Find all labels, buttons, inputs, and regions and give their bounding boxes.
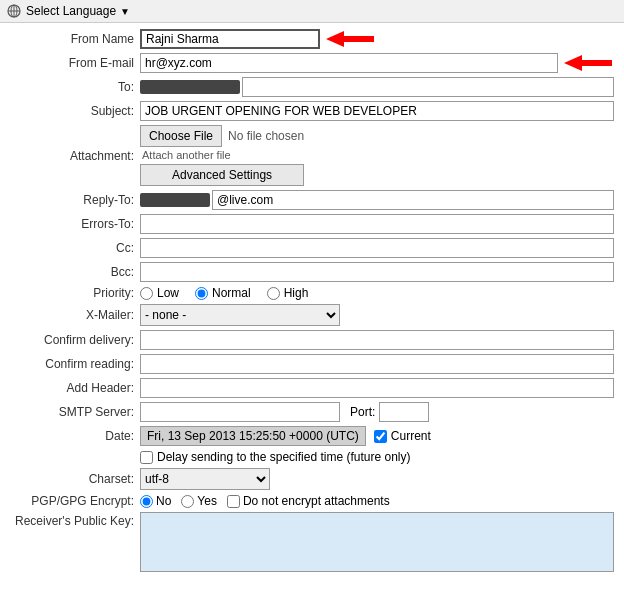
cc-row: Cc: [10,238,614,258]
from-name-label: From Name [10,32,140,46]
errors-to-row: Errors-To: [10,214,614,234]
cc-label: Cc: [10,241,140,255]
to-input[interactable] [242,77,614,97]
subject-input[interactable] [140,101,614,121]
compose-form: From Name From E-mail To: Subject: [0,23,624,582]
priority-high-option[interactable]: High [267,286,309,300]
from-name-input[interactable] [140,29,320,49]
charset-row: Charset: utf-8 [10,468,614,490]
confirm-reading-row: Confirm reading: [10,354,614,374]
pgp-label: PGP/GPG Encrypt: [10,494,140,508]
reply-to-masked [140,193,210,207]
smtp-server-input[interactable] [140,402,340,422]
confirm-delivery-row: Confirm delivery: [10,330,614,350]
charset-select[interactable]: utf-8 [140,468,270,490]
svg-marker-5 [564,55,612,71]
pgp-no-option[interactable]: No [140,494,171,508]
add-header-row: Add Header: [10,378,614,398]
priority-normal-radio[interactable] [195,287,208,300]
to-masked [140,80,240,94]
priority-row: Priority: Low Normal High [10,286,614,300]
from-email-label: From E-mail [10,56,140,70]
priority-options: Low Normal High [140,286,308,300]
select-language-label: Select Language [26,4,116,18]
port-label: Port: [350,405,375,419]
xmailer-select[interactable]: - none - [140,304,340,326]
errors-to-input[interactable] [140,214,614,234]
pgp-yes-radio[interactable] [181,495,194,508]
confirm-delivery-label: Confirm delivery: [10,333,140,347]
current-label: Current [391,429,431,443]
pgp-row: PGP/GPG Encrypt: No Yes Do not encrypt a… [10,494,614,508]
delay-label: Delay sending to the specified time (fut… [157,450,410,464]
from-email-row: From E-mail [10,53,614,73]
attachment-label: Attachment: [10,149,140,163]
current-checkbox[interactable] [374,430,387,443]
reply-to-row: Reply-To: [10,190,614,210]
subject-label: Subject: [10,104,140,118]
priority-normal-option[interactable]: Normal [195,286,251,300]
red-arrow-icon [326,29,376,49]
attachment-row: Attachment: Choose File No file chosen A… [10,125,614,186]
top-bar: Select Language ▼ [0,0,624,23]
priority-label: Priority: [10,286,140,300]
attach-line1: Choose File No file chosen [140,125,304,147]
red-arrow-icon-2 [564,53,614,73]
errors-to-label: Errors-To: [10,217,140,231]
smtp-server-label: SMTP Server: [10,405,140,419]
subject-row: Subject: [10,101,614,121]
xmailer-row: X-Mailer: - none - [10,304,614,326]
pubkey-textarea[interactable] [140,512,614,572]
port-input[interactable] [379,402,429,422]
to-row: To: [10,77,614,97]
confirm-reading-label: Confirm reading: [10,357,140,371]
reply-to-label: Reply-To: [10,193,140,207]
choose-file-button[interactable]: Choose File [140,125,222,147]
delay-row: Delay sending to the specified time (fut… [10,450,614,464]
pgp-yes-option[interactable]: Yes [181,494,217,508]
date-label: Date: [10,429,140,443]
pubkey-label: Receiver's Public Key: [10,512,140,528]
pgp-yes-label: Yes [197,494,217,508]
delay-checkbox[interactable] [140,451,153,464]
date-value: Fri, 13 Sep 2013 15:25:50 +0000 (UTC) [140,426,366,446]
pubkey-row: Receiver's Public Key: [10,512,614,572]
cc-input[interactable] [140,238,614,258]
priority-high-radio[interactable] [267,287,280,300]
pgp-no-label: No [156,494,171,508]
priority-high-label: High [284,286,309,300]
bcc-input[interactable] [140,262,614,282]
svg-marker-4 [326,31,374,47]
to-label: To: [10,80,140,94]
priority-low-option[interactable]: Low [140,286,179,300]
bcc-label: Bcc: [10,265,140,279]
smtp-row: SMTP Server: Port: [10,402,614,422]
language-dropdown-arrow[interactable]: ▼ [120,6,130,17]
priority-low-label: Low [157,286,179,300]
current-checkbox-container: Current [374,429,431,443]
pgp-no-attach-label: Do not encrypt attachments [243,494,390,508]
confirm-reading-input[interactable] [140,354,614,374]
no-file-label: No file chosen [228,129,304,143]
advanced-settings-button[interactable]: Advanced Settings [140,164,304,186]
globe-icon [6,3,22,19]
pgp-no-attach-checkbox[interactable] [227,495,240,508]
from-email-input[interactable] [140,53,558,73]
add-header-input[interactable] [140,378,614,398]
charset-label: Charset: [10,472,140,486]
priority-normal-label: Normal [212,286,251,300]
xmailer-label: X-Mailer: [10,308,140,322]
pgp-no-radio[interactable] [140,495,153,508]
pgp-no-attach-option[interactable]: Do not encrypt attachments [227,494,390,508]
confirm-delivery-input[interactable] [140,330,614,350]
attach-another-label[interactable]: Attach another file [142,149,304,161]
from-name-row: From Name [10,29,614,49]
bcc-row: Bcc: [10,262,614,282]
priority-low-radio[interactable] [140,287,153,300]
pgp-options: No Yes Do not encrypt attachments [140,494,390,508]
add-header-label: Add Header: [10,381,140,395]
attachment-controls: Choose File No file chosen Attach anothe… [140,125,304,186]
date-row: Date: Fri, 13 Sep 2013 15:25:50 +0000 (U… [10,426,614,446]
reply-to-input[interactable] [212,190,614,210]
